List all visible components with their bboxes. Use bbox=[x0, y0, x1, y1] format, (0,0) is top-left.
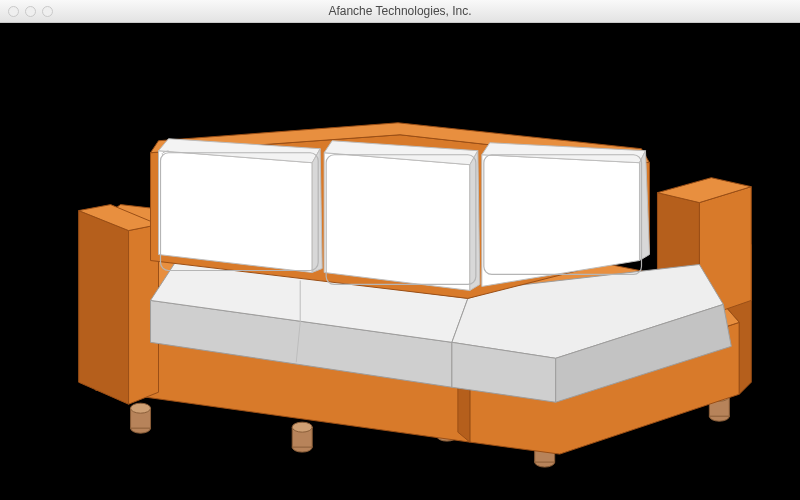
window-title: Afanche Technologies, Inc. bbox=[0, 4, 800, 18]
svg-marker-43 bbox=[312, 149, 322, 273]
traffic-lights bbox=[0, 6, 53, 17]
close-icon[interactable] bbox=[8, 6, 19, 17]
app-window: Afanche Technologies, Inc. bbox=[0, 0, 800, 500]
minimize-icon[interactable] bbox=[25, 6, 36, 17]
svg-point-8 bbox=[292, 422, 312, 432]
armrest-left bbox=[79, 205, 159, 405]
svg-marker-41 bbox=[159, 151, 313, 273]
viewport-3d[interactable] bbox=[0, 23, 800, 500]
svg-marker-45 bbox=[324, 153, 470, 291]
svg-marker-26 bbox=[79, 211, 129, 405]
model-sectional-sofa bbox=[0, 23, 800, 500]
zoom-icon[interactable] bbox=[42, 6, 53, 17]
svg-point-5 bbox=[131, 403, 151, 413]
titlebar[interactable]: Afanche Technologies, Inc. bbox=[0, 0, 800, 23]
svg-marker-47 bbox=[470, 151, 480, 291]
